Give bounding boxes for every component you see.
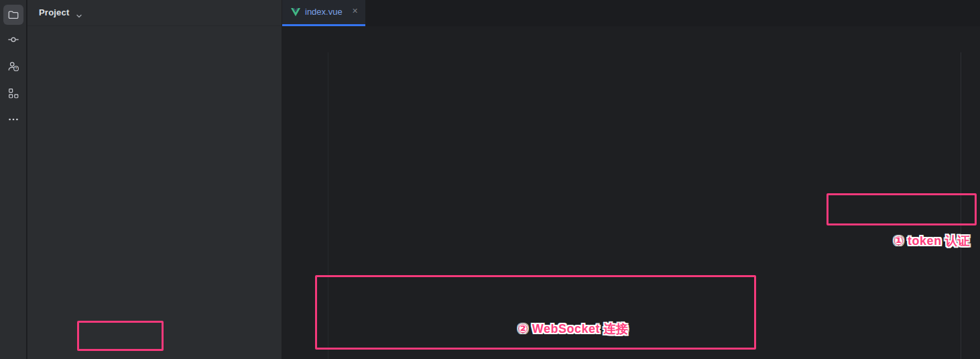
commit-icon[interactable]: [3, 30, 23, 50]
ide-window: ? Project index.vue ✕: [0, 0, 980, 359]
users-help-icon[interactable]: ?: [3, 56, 23, 76]
project-panel-header: Project: [27, 0, 282, 26]
project-panel: Project: [27, 0, 282, 359]
editor: index.vue ✕ ① token 认证 ② WebSocket 连接: [282, 0, 980, 359]
annotation-box-websocket-tree: [77, 321, 164, 351]
tab-close-icon[interactable]: ✕: [352, 7, 358, 15]
annotation-label-websocket-connect: ② WebSocket 连接: [473, 321, 674, 337]
activity-bar: ?: [0, 0, 27, 359]
gutter-separator: [328, 52, 328, 359]
chevron-down-icon[interactable]: [76, 10, 82, 22]
vue-icon: [291, 7, 300, 19]
tab-index-vue[interactable]: index.vue ✕: [282, 0, 365, 24]
project-folder-icon[interactable]: [3, 5, 23, 25]
tab-label: index.vue: [305, 7, 343, 17]
editor-tab-bar: index.vue ✕: [282, 0, 980, 26]
svg-text:?: ?: [15, 66, 17, 70]
annotation-label-token: ① token 认证: [865, 233, 980, 249]
code-area[interactable]: [282, 26, 980, 359]
more-icon[interactable]: [3, 109, 23, 130]
right-margin-guide: [961, 52, 961, 359]
structure-icon[interactable]: [3, 83, 23, 103]
project-panel-title[interactable]: Project: [39, 7, 69, 17]
